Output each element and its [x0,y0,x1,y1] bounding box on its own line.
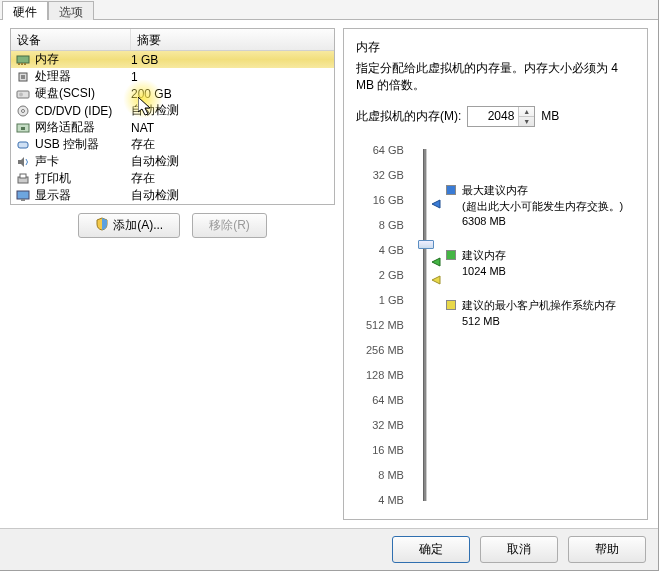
column-summary[interactable]: 摘要 [131,29,334,50]
device-button-row: 添加(A)... 移除(R) [10,205,335,246]
device-name: CD/DVD (IDE) [35,104,131,118]
marker-min [432,275,442,285]
legend-min: 建议的最小客户机操作系统内存 512 MB [446,298,635,330]
device-name: USB 控制器 [35,136,131,153]
svg-rect-5 [21,75,25,79]
legend-rec-val: 1024 MB [462,264,506,280]
device-name: 打印机 [35,170,131,187]
device-row-printer[interactable]: 打印机 存在 [11,170,334,187]
device-summary: 200 GB [131,87,330,101]
spin-down-icon[interactable]: ▼ [519,117,534,126]
svg-marker-13 [18,157,24,167]
legend-rec: 建议内存 1024 MB [446,248,635,280]
display-icon [15,188,31,204]
svg-rect-11 [21,127,25,130]
device-row-cd[interactable]: CD/DVD (IDE) 自动检测 [11,102,334,119]
device-name: 处理器 [35,68,131,85]
scale-tick: 16 GB [366,191,404,209]
memory-slider-area: 64 GB 32 GB 16 GB 8 GB 4 GB 2 GB 1 GB 51… [356,141,635,509]
legend-square-blue [446,185,456,195]
add-device-button[interactable]: 添加(A)... [78,213,180,238]
dialog-body: 设备 摘要 内存 1 GB 处理器 1 [0,20,658,528]
legend-max-val: 6308 MB [462,214,623,230]
device-row-display[interactable]: 显示器 自动检测 [11,187,334,204]
svg-rect-2 [21,63,23,65]
memory-legend: 最大建议内存 (超出此大小可能发生内存交换。) 6308 MB 建议内存 102… [446,141,635,509]
shield-icon [95,217,109,234]
column-device[interactable]: 设备 [11,29,131,50]
tab-options[interactable]: 选项 [48,1,94,20]
legend-max-title: 最大建议内存 [462,183,623,199]
legend-min-val: 512 MB [462,314,616,330]
legend-min-title: 建议的最小客户机操作系统内存 [462,298,616,314]
scale-tick: 64 GB [366,141,404,159]
svg-rect-3 [24,63,26,65]
scale-tick: 64 MB [366,391,404,409]
memory-slider-track[interactable] [423,149,427,501]
scale-tick: 4 MB [366,491,404,509]
scale-tick: 512 MB [366,316,404,334]
scale-tick: 128 MB [366,366,404,384]
device-row-cpu[interactable]: 处理器 1 [11,68,334,85]
marker-rec [432,257,442,267]
marker-max [432,199,442,209]
memory-spinbox[interactable]: ▲▼ [467,106,535,127]
device-row-memory[interactable]: 内存 1 GB [11,51,334,68]
spin-up-icon[interactable]: ▲ [519,107,534,117]
device-summary: 1 GB [131,53,330,67]
vm-settings-dialog: 硬件 选项 设备 摘要 内存 1 GB 处理器 [0,0,659,571]
ok-button[interactable]: 确定 [392,536,470,563]
memory-slider-thumb[interactable] [418,240,434,249]
device-name: 网络适配器 [35,119,131,136]
device-name: 显示器 [35,187,131,204]
svg-marker-19 [432,200,440,208]
cancel-button[interactable]: 取消 [480,536,558,563]
disk-icon [15,86,31,102]
dialog-footer: 确定 取消 帮助 [0,528,658,570]
printer-icon [15,171,31,187]
svg-point-9 [22,109,25,112]
svg-marker-20 [432,258,440,266]
device-row-nic[interactable]: 网络适配器 NAT [11,119,334,136]
memory-scale: 64 GB 32 GB 16 GB 8 GB 4 GB 2 GB 1 GB 51… [366,141,404,509]
device-summary: 自动检测 [131,102,330,119]
tab-hardware[interactable]: 硬件 [2,1,48,20]
tab-bar: 硬件 选项 [0,0,658,20]
device-row-usb[interactable]: USB 控制器 存在 [11,136,334,153]
memory-description: 指定分配给此虚拟机的内存量。内存大小必须为 4 MB 的倍数。 [356,60,635,94]
device-summary: 存在 [131,170,330,187]
svg-marker-21 [432,276,440,284]
scale-tick: 1 GB [366,291,404,309]
help-button[interactable]: 帮助 [568,536,646,563]
scale-tick: 4 GB [366,241,404,259]
sound-icon [15,154,31,170]
svg-rect-15 [20,174,26,178]
cpu-icon [15,69,31,85]
legend-square-yellow [446,300,456,310]
device-name: 内存 [35,51,131,68]
legend-square-green [446,250,456,260]
device-summary: 1 [131,70,330,84]
nic-icon [15,120,31,136]
svg-point-7 [19,92,23,96]
device-list-header: 设备 摘要 [11,29,334,51]
memory-input[interactable] [468,107,518,126]
device-row-disk[interactable]: 硬盘(SCSI) 200 GB [11,85,334,102]
scale-tick: 32 GB [366,166,404,184]
spin-arrows[interactable]: ▲▼ [518,107,534,126]
svg-rect-1 [18,63,20,65]
scale-tick: 8 GB [366,216,404,234]
memory-panel: 内存 指定分配给此虚拟机的内存量。内存大小必须为 4 MB 的倍数。 此虚拟机的… [343,28,648,520]
scale-tick: 8 MB [366,466,404,484]
legend-max-note: (超出此大小可能发生内存交换。) [462,199,623,215]
svg-rect-16 [17,191,29,199]
device-summary: 存在 [131,136,330,153]
device-name: 硬盘(SCSI) [35,85,131,102]
memory-unit: MB [541,109,559,123]
memory-field-label: 此虚拟机的内存(M): [356,108,461,125]
memory-title: 内存 [356,39,635,56]
scale-tick: 256 MB [366,341,404,359]
legend-rec-title: 建议内存 [462,248,506,264]
device-row-sound[interactable]: 声卡 自动检测 [11,153,334,170]
scale-tick: 2 GB [366,266,404,284]
